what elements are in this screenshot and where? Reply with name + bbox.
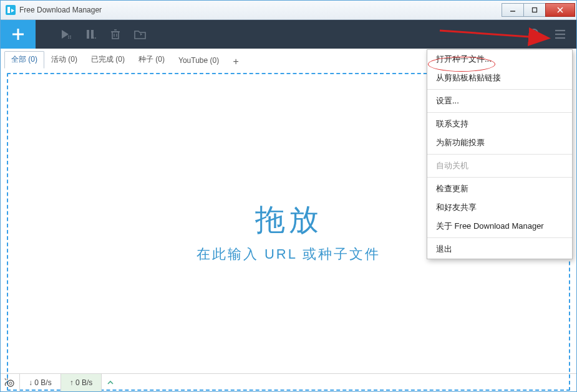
menu-item[interactable]: 从剪贴板粘贴链接: [427, 69, 572, 87]
filter-tab[interactable]: 活动 (0): [44, 51, 84, 69]
menu-item[interactable]: 检查更新: [427, 179, 572, 198]
menu-separator: [427, 154, 572, 155]
upload-speed: ↑ 0 B/s: [61, 374, 102, 391]
svg-line-28: [5, 378, 6, 380]
menu-item[interactable]: 退出: [427, 240, 572, 259]
app-window: Free Download Manager: [0, 0, 577, 392]
menu-separator: [427, 177, 572, 178]
hamburger-icon: [553, 27, 567, 41]
status-bar: ↓ 0 B/s ↑ 0 B/s: [1, 373, 576, 391]
dropzone-title: 拖放: [255, 200, 322, 240]
svg-point-21: [530, 29, 538, 37]
plus-icon: +: [233, 56, 238, 67]
pause-icon: [84, 28, 97, 41]
download-speed: ↓ 0 B/s: [20, 374, 61, 391]
svg-marker-6: [62, 30, 69, 39]
svg-rect-12: [91, 30, 94, 39]
window-buttons: [502, 3, 575, 17]
title-bar: Free Download Manager: [1, 1, 576, 20]
pause-button[interactable]: [78, 20, 103, 49]
minimize-button[interactable]: [502, 3, 524, 17]
speed-limit-button[interactable]: [1, 374, 20, 391]
move-to-folder-button[interactable]: [128, 20, 153, 49]
svg-rect-15: [112, 32, 119, 39]
snail-icon: [4, 378, 16, 388]
svg-marker-20: [140, 33, 142, 36]
menu-item[interactable]: 打开种子文件...: [427, 50, 572, 69]
menu-item[interactable]: 为新功能投票: [427, 133, 572, 152]
svg-line-22: [537, 36, 540, 39]
dropzone-subtitle: 在此输入 URL 或种子文件: [196, 245, 381, 264]
toolbar-action-group: [53, 20, 153, 49]
add-tab-button[interactable]: +: [228, 55, 243, 69]
svg-point-13: [93, 37, 94, 39]
menu-item[interactable]: 联系支持: [427, 115, 572, 133]
svg-point-10: [70, 36, 71, 37]
start-button[interactable]: [53, 20, 78, 49]
menu-item[interactable]: 设置...: [427, 92, 572, 110]
svg-point-14: [95, 37, 96, 39]
filter-tab[interactable]: YouTube (0): [172, 53, 226, 69]
play-icon: [59, 28, 72, 41]
add-download-button[interactable]: [1, 20, 36, 49]
speed-panel-toggle[interactable]: [102, 374, 119, 391]
svg-point-8: [70, 37, 71, 39]
menu-item[interactable]: 关于 Free Download Manager: [427, 217, 572, 236]
menu-item: 自动关机: [427, 156, 572, 175]
hamburger-menu-button[interactable]: [548, 20, 573, 49]
maximize-button[interactable]: [523, 3, 546, 17]
chevron-up-icon: [107, 379, 114, 386]
toolbar-right-group: [523, 20, 576, 49]
search-button[interactable]: [523, 20, 548, 49]
menu-separator: [427, 89, 572, 90]
menu-item[interactable]: 和好友共享: [427, 198, 572, 217]
svg-point-27: [9, 382, 12, 385]
svg-point-7: [68, 37, 69, 39]
app-icon: [6, 5, 16, 15]
menu-separator: [427, 237, 572, 238]
svg-point-26: [7, 380, 14, 386]
filter-tab[interactable]: 全部 (0): [4, 51, 44, 69]
svg-point-9: [68, 36, 69, 37]
svg-line-29: [7, 378, 7, 380]
folder-icon: [133, 28, 147, 41]
svg-rect-11: [87, 30, 89, 39]
main-menu-popup: 打开种子文件...从剪贴板粘贴链接设置...联系支持为新功能投票自动关机检查更新…: [427, 49, 573, 259]
trash-icon: [109, 28, 122, 41]
svg-rect-1: [533, 8, 537, 12]
menu-separator: [427, 112, 572, 113]
delete-button[interactable]: [103, 20, 128, 49]
filter-tab[interactable]: 种子 (0): [132, 51, 172, 69]
filter-tab[interactable]: 已完成 (0): [84, 51, 132, 69]
window-title: Free Download Manager: [19, 6, 102, 14]
main-toolbar: [1, 20, 576, 49]
close-button[interactable]: [545, 3, 575, 17]
search-icon: [528, 27, 542, 41]
